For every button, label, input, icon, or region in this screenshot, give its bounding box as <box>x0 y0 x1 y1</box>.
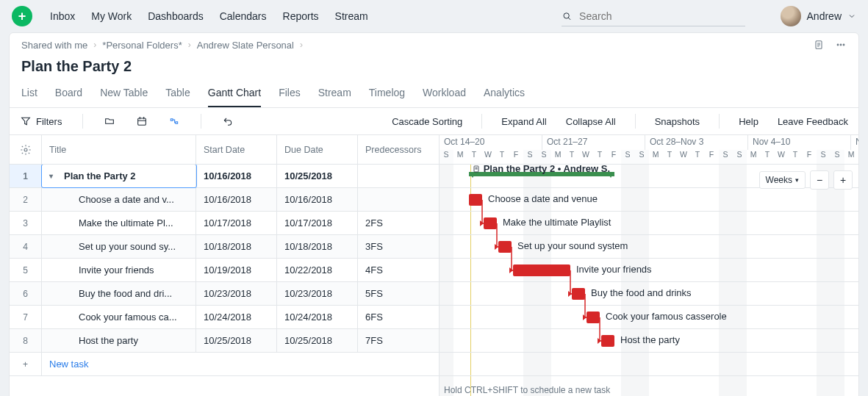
toggle-wbs-button[interactable] <box>99 112 120 130</box>
doc-icon[interactable] <box>813 39 825 51</box>
task-bar[interactable]: Make the ultimate Playlist <box>484 217 497 229</box>
gantt-chart[interactable]: Oct 14–20Oct 21–27Oct 28–Nov 3Nov 4–10N … <box>440 135 858 396</box>
cell-pred[interactable]: 3FS <box>358 235 435 258</box>
cell-due[interactable]: 10/18/2018 <box>277 235 358 258</box>
table-row[interactable]: 1▾Plan the Party 210/16/201810/25/2018 <box>10 165 439 188</box>
cell-start[interactable]: 10/16/2018 <box>196 165 277 187</box>
task-bar[interactable]: Buy the food and drinks <box>572 288 585 300</box>
nav-reports[interactable]: Reports <box>283 10 319 22</box>
add-row-icon[interactable]: + <box>10 353 42 375</box>
calendar-framing-button[interactable] <box>132 112 152 130</box>
breadcrumb-item[interactable]: Andrew Slate Personal <box>197 40 294 51</box>
cell-pred[interactable] <box>358 165 435 187</box>
cell-pred[interactable]: 5FS <box>358 282 435 305</box>
nav-stream[interactable]: Stream <box>335 10 368 22</box>
tab-gantt-chart[interactable]: Gantt Chart <box>208 79 261 107</box>
cell-start[interactable]: 10/24/2018 <box>196 306 277 328</box>
zoom-out-button[interactable]: − <box>810 170 829 190</box>
tab-new-table[interactable]: New Table <box>100 79 148 107</box>
filters-button[interactable]: Filters <box>15 112 66 130</box>
cell-due[interactable]: 10/16/2018 <box>277 188 358 211</box>
dependency-toggle-button[interactable] <box>164 112 184 130</box>
global-add-button[interactable]: + <box>12 6 32 26</box>
cell-title[interactable]: ▾Plan the Party 2 <box>42 165 196 187</box>
tab-workload[interactable]: Workload <box>423 79 466 107</box>
cell-due[interactable]: 10/23/2018 <box>277 282 358 305</box>
grid-settings-button[interactable] <box>10 135 42 164</box>
task-bar[interactable]: Choose a date and venue <box>469 194 482 206</box>
user-menu[interactable]: Andrew <box>781 6 856 26</box>
cell-start[interactable]: 10/19/2018 <box>196 259 277 281</box>
zoom-select[interactable]: Weeks ▾ <box>759 171 806 189</box>
col-pred-header[interactable]: Predecessors <box>358 135 435 164</box>
cell-start[interactable]: 10/25/2018 <box>196 329 277 352</box>
breadcrumb-item[interactable]: Shared with me <box>21 40 87 51</box>
cell-pred[interactable] <box>358 188 435 211</box>
snapshots-button[interactable]: Snapshots <box>650 113 704 130</box>
tab-timelog[interactable]: Timelog <box>369 79 405 107</box>
tab-table[interactable]: Table <box>165 79 190 107</box>
table-row[interactable]: 6Buy the food and dri...10/23/201810/23/… <box>10 282 439 306</box>
cell-due[interactable]: 10/17/2018 <box>277 212 358 234</box>
cell-title[interactable]: Make the ultimate Pl... <box>42 212 196 234</box>
nav-calendars[interactable]: Calendars <box>220 10 267 22</box>
nav-my-work[interactable]: My Work <box>91 10 132 22</box>
cell-title[interactable]: Choose a date and v... <box>42 188 196 211</box>
cell-start[interactable]: 10/17/2018 <box>196 212 277 234</box>
undo-button[interactable] <box>218 112 238 130</box>
cell-pred[interactable]: 4FS <box>358 259 435 281</box>
cell-title[interactable]: Invite your friends <box>42 259 196 281</box>
more-icon[interactable] <box>835 39 847 51</box>
cell-pred[interactable]: 2FS <box>358 212 435 234</box>
global-search[interactable] <box>562 7 745 26</box>
cell-start[interactable]: 10/16/2018 <box>196 188 277 211</box>
task-bar[interactable]: Set up your sound system <box>498 241 512 253</box>
day-label: F <box>803 150 817 165</box>
collapse-icon[interactable]: ▾ <box>49 172 60 180</box>
cell-due[interactable]: 10/25/2018 <box>277 165 358 187</box>
table-row[interactable]: 8Host the party10/25/201810/25/20187FS <box>10 329 439 353</box>
cell-start[interactable]: 10/18/2018 <box>196 235 277 258</box>
col-start-header[interactable]: Start Date <box>196 135 277 164</box>
new-task-label[interactable]: New task <box>42 353 439 375</box>
help-button[interactable]: Help <box>734 113 763 130</box>
table-row[interactable]: 3Make the ultimate Pl...10/17/201810/17/… <box>10 212 439 235</box>
cell-start[interactable]: 10/23/2018 <box>196 282 277 305</box>
expand-all-button[interactable]: Expand All <box>497 113 550 130</box>
cascade-sorting-button[interactable]: Cascade Sorting <box>387 113 467 130</box>
table-row[interactable]: 2Choose a date and v...10/16/201810/16/2… <box>10 188 439 212</box>
table-row[interactable]: 4Set up your sound sy...10/18/201810/18/… <box>10 235 439 259</box>
summary-label: Plan the Party 2 • Andrew S. <box>472 163 610 174</box>
zoom-in-button[interactable]: + <box>833 170 853 190</box>
tab-list[interactable]: List <box>21 79 37 107</box>
col-due-header[interactable]: Due Date <box>277 135 358 164</box>
breadcrumb-item[interactable]: *Personal Folders* <box>102 40 182 51</box>
cell-title[interactable]: Buy the food and dri... <box>42 282 196 305</box>
cell-pred[interactable]: 6FS <box>358 306 435 328</box>
cell-title[interactable]: Set up your sound sy... <box>42 235 196 258</box>
cell-title[interactable]: Host the party <box>42 329 196 352</box>
cell-due[interactable]: 10/22/2018 <box>277 259 358 281</box>
table-row[interactable]: 5Invite your friends10/19/201810/22/2018… <box>10 259 439 282</box>
leave-feedback-button[interactable]: Leave Feedback <box>773 113 853 130</box>
nav-dashboards[interactable]: Dashboards <box>148 10 204 22</box>
tab-stream[interactable]: Stream <box>318 79 351 107</box>
task-bar[interactable]: Host the party <box>601 335 614 347</box>
chevron-right-icon: › <box>300 40 303 50</box>
col-title-header[interactable]: Title <box>42 135 196 164</box>
tab-analytics[interactable]: Analytics <box>484 79 525 107</box>
new-task-row[interactable]: +New task <box>10 353 439 376</box>
task-bar[interactable]: Invite your friends <box>513 264 570 276</box>
tab-board[interactable]: Board <box>55 79 82 107</box>
cell-title[interactable]: Cook your famous ca... <box>42 306 196 328</box>
cell-due[interactable]: 10/24/2018 <box>277 306 358 328</box>
nav-inbox[interactable]: Inbox <box>50 10 75 22</box>
task-bar[interactable]: Cook your famous casserole <box>587 312 600 323</box>
day-label: T <box>495 150 509 165</box>
collapse-all-button[interactable]: Collapse All <box>562 113 620 130</box>
cell-pred[interactable]: 7FS <box>358 329 435 352</box>
search-input[interactable] <box>578 10 745 23</box>
table-row[interactable]: 7Cook your famous ca...10/24/201810/24/2… <box>10 306 439 329</box>
cell-due[interactable]: 10/25/2018 <box>277 329 358 352</box>
tab-files[interactable]: Files <box>279 79 301 107</box>
